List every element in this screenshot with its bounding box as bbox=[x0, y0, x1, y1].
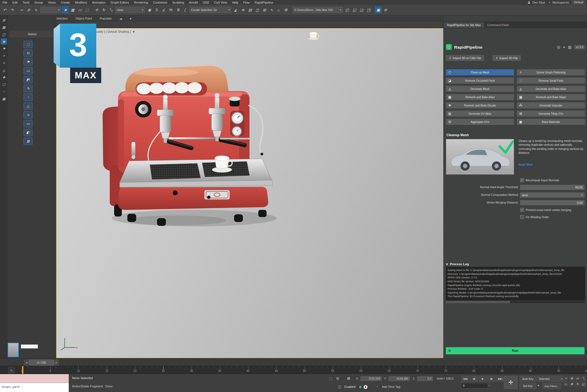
editor-tool-icon[interactable]: ⚙ bbox=[282, 6, 289, 13]
merge-distance-field[interactable]: 0,00 bbox=[520, 200, 585, 205]
menu-item[interactable]: Modifiers bbox=[72, 1, 90, 4]
link-tool-icon[interactable]: ⊘ bbox=[25, 6, 32, 13]
left-strip-icon[interactable]: ▣ bbox=[1, 96, 7, 102]
ribbon-tab[interactable]: Object Paint bbox=[72, 16, 96, 21]
checkbox-checked[interactable]: ✓ bbox=[520, 208, 524, 212]
preset-button[interactable]: ⌗ Scene Graph Flattening bbox=[517, 69, 585, 75]
z-coordinate-field[interactable]: 0,0 bbox=[417, 376, 433, 381]
checkbox-checked[interactable]: ✓ bbox=[520, 178, 524, 182]
maxscript-mini-listener[interactable]: hoops_path : bbox=[0, 374, 69, 392]
menu-item[interactable]: Group bbox=[32, 1, 45, 4]
render-tool-icon[interactable]: ◱ bbox=[351, 6, 358, 13]
modeling-tool-icon[interactable]: ⊠ bbox=[24, 138, 32, 145]
filter-funnel-icon[interactable]: ▼ bbox=[132, 30, 135, 33]
preset-button[interactable]: ▤ Generate UV Atlas bbox=[446, 111, 514, 117]
left-strip-icon[interactable]: ▦ bbox=[1, 24, 7, 30]
modeling-tool-icon[interactable]: ▭ bbox=[24, 67, 32, 75]
editor-tool-icon[interactable]: ◫ bbox=[254, 6, 261, 13]
log-scrollbar-thumb[interactable] bbox=[446, 301, 510, 303]
preset-button[interactable]: ◬ Decimate and Bake Atlas bbox=[517, 86, 585, 92]
fix-winding-checkbox[interactable]: Fix Winding Order bbox=[520, 215, 549, 219]
preset-button[interactable]: ▦ Remesh and Bake Maps bbox=[517, 94, 585, 100]
transform-tool-icon[interactable]: ↻ bbox=[100, 6, 107, 13]
menu-item[interactable]: Animation bbox=[90, 1, 108, 4]
snap-tool-icon[interactable]: ∠ bbox=[160, 6, 167, 13]
render-tool-icon[interactable]: ◰ bbox=[344, 6, 351, 13]
preset-button[interactable]: ∷ Remove Small Parts bbox=[517, 78, 585, 84]
select-tool-icon[interactable]: ➤ bbox=[62, 6, 69, 13]
left-strip-icon[interactable]: ⬡ bbox=[1, 81, 7, 87]
modeling-tool-icon[interactable]: ⬚ bbox=[24, 41, 32, 48]
viewport-nav-icon[interactable]: ⤡ bbox=[581, 376, 586, 381]
menu-item[interactable]: Flow bbox=[241, 1, 252, 4]
transform-tool-icon[interactable]: ✛ bbox=[93, 6, 100, 13]
render-tool-icon[interactable]: ◲ bbox=[358, 6, 365, 13]
menu-item[interactable]: USD bbox=[200, 1, 212, 4]
panel-header-icon[interactable]: ⌖ bbox=[563, 45, 565, 50]
panel-header-icon[interactable]: ◎ bbox=[557, 45, 560, 49]
panel-tab[interactable]: RapidPipeline for 3ds Max bbox=[444, 22, 484, 28]
modeling-tool-icon[interactable]: ✎ bbox=[24, 85, 32, 92]
mini-curve-editor-button[interactable]: ∿ bbox=[8, 367, 15, 374]
editor-tool-icon[interactable]: ∿ bbox=[268, 6, 275, 13]
current-frame-marker[interactable] bbox=[22, 366, 23, 374]
selection-filter-dropdown[interactable]: ▾ bbox=[40, 7, 61, 13]
snap-tool-icon[interactable]: ◉ bbox=[146, 6, 153, 13]
viewport-nav-icon[interactable]: ◱ bbox=[581, 382, 586, 387]
set-keys-button[interactable]: ✛ bbox=[504, 376, 518, 389]
menu-item[interactable]: Customize bbox=[150, 1, 170, 4]
modeling-tool-icon[interactable]: ◩ bbox=[24, 76, 32, 83]
editor-tool-icon[interactable]: ⊞ bbox=[261, 6, 268, 13]
log-scrollbar[interactable] bbox=[446, 301, 585, 303]
checkbox-unchecked[interactable] bbox=[520, 215, 524, 219]
left-strip-icon[interactable]: ⊞ bbox=[1, 17, 7, 23]
modeling-tool-icon[interactable]: ∿ bbox=[24, 111, 32, 119]
render-tool-icon[interactable]: ◳ bbox=[365, 6, 372, 13]
editor-tool-icon[interactable]: ▤ bbox=[246, 6, 254, 13]
modeling-tool-icon[interactable]: ◧ bbox=[24, 129, 32, 136]
menu-item[interactable]: Scripting bbox=[170, 1, 186, 4]
panel-tab[interactable]: Command Panel bbox=[484, 22, 512, 28]
add-time-tag[interactable]: Add Time Tag bbox=[382, 385, 400, 388]
process-log-header[interactable]: ∨ Process Log bbox=[446, 262, 469, 266]
select-tool-icon[interactable]: ⬚ bbox=[83, 6, 90, 13]
set-key-button[interactable]: Set Key bbox=[519, 383, 536, 389]
viewport-layout-tab[interactable] bbox=[8, 343, 19, 357]
plugin-tool-icon[interactable]: ▣ bbox=[375, 6, 382, 13]
left-strip-icon[interactable]: ⌗ bbox=[1, 60, 7, 66]
menu-item[interactable]: Tools bbox=[20, 1, 32, 4]
perspective-viewport[interactable]: [ + ] [ Perspective ] [ High Quality ] [… bbox=[56, 28, 443, 358]
key-filters-button[interactable]: Key Filters... bbox=[542, 383, 561, 389]
left-strip-icon[interactable]: ◬ bbox=[1, 67, 7, 73]
time-configuration-icon[interactable]: ◔ bbox=[488, 383, 490, 388]
undo-redo-icon[interactable]: ↷ bbox=[8, 6, 15, 13]
undo-redo-icon[interactable]: ↶ bbox=[1, 6, 8, 13]
menu-item[interactable]: Civil View bbox=[212, 1, 229, 4]
mini-input[interactable] bbox=[21, 344, 38, 349]
editor-tool-icon[interactable]: ≋ bbox=[239, 6, 246, 13]
menu-item[interactable]: Rendering bbox=[132, 1, 151, 4]
current-frame-field[interactable]: 0 bbox=[461, 383, 488, 388]
menu-item[interactable]: Create bbox=[58, 1, 72, 4]
preset-button[interactable]: ▣ Bake Materials bbox=[517, 119, 585, 125]
preset-button[interactable]: ▦ Remesh and Bake Atlas bbox=[446, 94, 514, 100]
computation-method-dropdown[interactable]: area ▾ bbox=[520, 193, 585, 198]
caret-down-icon[interactable]: ▾ bbox=[549, 1, 550, 4]
select-tool-icon[interactable]: ▦ bbox=[69, 6, 76, 13]
ribbon-tab[interactable]: Populate bbox=[96, 16, 115, 21]
transform-typein-icon[interactable]: ⊞ bbox=[347, 376, 350, 380]
modeling-tool-icon[interactable]: △ bbox=[24, 102, 32, 110]
snap-tool-icon[interactable]: % bbox=[167, 6, 174, 13]
x-coordinate-field[interactable]: 2191.509 bbox=[360, 376, 382, 381]
link-tool-icon[interactable]: ∿ bbox=[32, 6, 39, 13]
playback-button[interactable]: ▶ bbox=[479, 376, 487, 382]
caret-right-icon[interactable]: ▸ bbox=[126, 16, 136, 21]
auto-key-button[interactable]: Auto Key bbox=[519, 376, 536, 382]
viewport-nav-icon[interactable]: ↻ bbox=[575, 382, 580, 387]
project-path-dropdown[interactable]: C:\Users\Deve...\3ds Max 202▾ bbox=[293, 7, 343, 13]
playback-button[interactable]: |▶ bbox=[487, 376, 496, 382]
menu-item[interactable]: Edit bbox=[10, 1, 20, 4]
collapse-icon[interactable]: ∨ bbox=[446, 262, 448, 266]
import-button[interactable]: ↧ Import 3D or CAD File bbox=[446, 55, 484, 61]
key-filter-icon[interactable]: ✦ bbox=[537, 383, 540, 388]
